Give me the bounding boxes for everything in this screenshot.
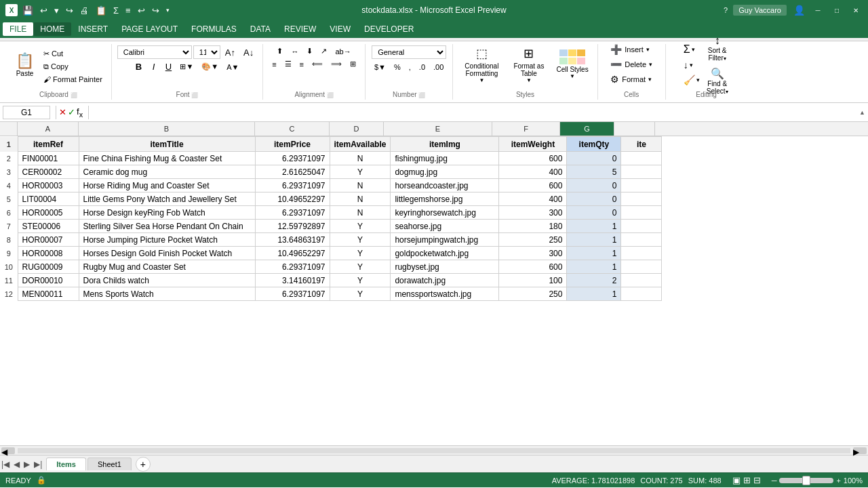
- cell-c11[interactable]: 3.14160197: [255, 274, 330, 287]
- cell-g6[interactable]: 0: [567, 206, 621, 220]
- col-header-b[interactable]: B: [79, 122, 255, 136]
- cell-h7[interactable]: [621, 220, 662, 233]
- row-num-6[interactable]: 6: [0, 206, 18, 220]
- row-num-2[interactable]: 2: [0, 152, 18, 165]
- row-num-7[interactable]: 7: [0, 220, 18, 233]
- row-num-4[interactable]: 4: [0, 179, 18, 192]
- sort-filter-btn[interactable]: ↕ Sort &Filter▾: [704, 33, 731, 63]
- cell-f3[interactable]: 400: [499, 165, 567, 179]
- minimize-btn[interactable]: ─: [811, 3, 825, 17]
- cell-d7[interactable]: Y: [330, 220, 391, 233]
- text-angle-btn[interactable]: ↗: [317, 45, 330, 57]
- cell-c5[interactable]: 10.49652297: [255, 192, 330, 206]
- user-name[interactable]: Guy Vaccaro: [733, 5, 787, 16]
- zoom-in-btn[interactable]: +: [836, 476, 840, 485]
- percent-btn[interactable]: %: [391, 62, 404, 73]
- cell-ref-input[interactable]: [3, 106, 50, 119]
- save-qat-btn[interactable]: 💾: [20, 4, 35, 17]
- cell-f5[interactable]: 400: [499, 192, 567, 206]
- sheet-nav-next[interactable]: ▶: [22, 458, 31, 470]
- italic-btn[interactable]: I: [146, 60, 160, 73]
- cell-b2[interactable]: Fine China Fishing Mug & Coaster Set: [79, 152, 255, 165]
- cell-g8[interactable]: 1: [567, 233, 621, 247]
- cell-f11[interactable]: 100: [499, 274, 567, 287]
- menu-developer[interactable]: DEVELOPER: [357, 22, 420, 36]
- menu-home[interactable]: HOME: [33, 22, 71, 36]
- cell-h2[interactable]: [621, 152, 662, 165]
- currency-btn[interactable]: $▼: [371, 62, 389, 73]
- cell-g2[interactable]: 0: [567, 152, 621, 165]
- clipboard-qat-btn[interactable]: 📋: [94, 4, 108, 17]
- cell-f12[interactable]: 250: [499, 287, 567, 301]
- insert-btn[interactable]: ➕Insert▾: [608, 43, 655, 56]
- insert-function-btn[interactable]: fx: [77, 106, 83, 119]
- add-sheet-btn[interactable]: +: [136, 457, 151, 472]
- bold-btn[interactable]: B: [132, 60, 145, 73]
- horizontal-scrollbar[interactable]: ◀ ▶: [0, 445, 868, 455]
- merge-center-btn[interactable]: ⊞: [347, 58, 359, 70]
- cell-h8[interactable]: [621, 233, 662, 247]
- row-num-10[interactable]: 10: [0, 260, 18, 274]
- cell-styles-btn[interactable]: Cell Styles ▼: [553, 45, 591, 83]
- cut-btn[interactable]: ✂ Cut: [40, 48, 106, 60]
- cell-b12[interactable]: Mens Sports Watch: [79, 287, 255, 301]
- col-header-f[interactable]: F: [492, 122, 560, 136]
- menu-insert[interactable]: INSERT: [71, 22, 115, 36]
- cell-a12[interactable]: MEN00011: [18, 287, 79, 301]
- cell-h4[interactable]: [621, 179, 662, 192]
- cell-b7[interactable]: Sterling Silver Sea Horse Pendant On Cha…: [79, 220, 255, 233]
- col-header-g[interactable]: G: [560, 122, 614, 136]
- paste-btn[interactable]: 📋 Paste: [11, 45, 39, 83]
- font-family-select[interactable]: Calibri: [117, 45, 192, 59]
- cell-a9[interactable]: HOR00008: [18, 247, 79, 260]
- cell-f4[interactable]: 600: [499, 179, 567, 192]
- undo-dropdown-btn[interactable]: ▾: [52, 4, 61, 17]
- cell-d10[interactable]: Y: [330, 260, 391, 274]
- conditional-formatting-btn[interactable]: ⬚ ConditionalFormatting ▼: [458, 45, 505, 83]
- help-icon[interactable]: ?: [724, 6, 728, 14]
- cell-b4[interactable]: Horse Riding Mug and Coaster Set: [79, 179, 255, 192]
- cell-h9[interactable]: [621, 247, 662, 260]
- qat-dropdown-btn[interactable]: ▾: [164, 5, 172, 15]
- cell-d9[interactable]: Y: [330, 247, 391, 260]
- formula-expand-btn[interactable]: ▲: [859, 109, 865, 116]
- cell-d4[interactable]: N: [330, 179, 391, 192]
- sheet-nav-prev[interactable]: ◀: [12, 458, 21, 470]
- zoom-handle[interactable]: [802, 476, 810, 485]
- cell-c10[interactable]: 6.29371097: [255, 260, 330, 274]
- cell-f2[interactable]: 600: [499, 152, 567, 165]
- align-bottom-btn[interactable]: ⬇: [303, 45, 316, 57]
- font-size-select[interactable]: 11: [193, 45, 220, 59]
- cell-e8[interactable]: horsejumpingwatch.jpg: [391, 233, 499, 247]
- cell-d8[interactable]: Y: [330, 233, 391, 247]
- cell-g5[interactable]: 0: [567, 192, 621, 206]
- cell-f8[interactable]: 250: [499, 233, 567, 247]
- h-scroll-btn-right[interactable]: ▶: [853, 447, 867, 454]
- user-avatar[interactable]: 👤: [792, 3, 806, 17]
- page-layout-view-btn[interactable]: ⊞: [743, 475, 751, 485]
- cell-h6[interactable]: [621, 206, 662, 220]
- print-qat-btn[interactable]: 🖨: [78, 4, 91, 17]
- cell-h11[interactable]: [621, 274, 662, 287]
- font-shrink-btn[interactable]: A↓: [240, 46, 257, 59]
- cell-e3[interactable]: dogmug.jpg: [391, 165, 499, 179]
- menu-review[interactable]: REVIEW: [277, 22, 323, 36]
- zoom-slider[interactable]: [779, 478, 833, 483]
- fill-btn[interactable]: ↓▾: [682, 58, 701, 72]
- increase-indent-btn[interactable]: ⟹: [328, 58, 345, 70]
- decrease-decimal-btn[interactable]: .0: [416, 62, 429, 73]
- row-num-1[interactable]: 1: [0, 137, 18, 152]
- cell-e7[interactable]: seahorse.jpg: [391, 220, 499, 233]
- cell-c6[interactable]: 6.29371097: [255, 206, 330, 220]
- redo2-qat-btn[interactable]: ↪: [150, 4, 161, 17]
- col-header-h[interactable]: [614, 122, 655, 136]
- cell-h12[interactable]: [621, 287, 662, 301]
- font-grow-btn[interactable]: A↑: [222, 46, 239, 59]
- col-header-c[interactable]: C: [255, 122, 330, 136]
- cell-h3[interactable]: [621, 165, 662, 179]
- cell-e4[interactable]: horseandcoaster.jpg: [391, 179, 499, 192]
- formula-input[interactable]: itemQty: [92, 106, 859, 119]
- sigma-qat-btn[interactable]: Σ: [111, 4, 121, 17]
- row-num-5[interactable]: 5: [0, 192, 18, 206]
- increase-decimal-btn[interactable]: .00: [430, 62, 447, 73]
